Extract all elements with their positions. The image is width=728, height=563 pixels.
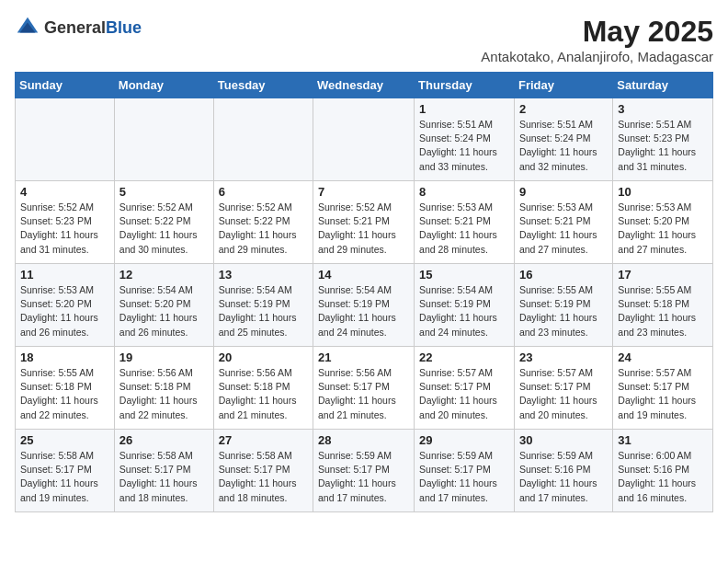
calendar-cell: 31Sunrise: 6:00 AM Sunset: 5:16 PM Dayli… bbox=[613, 430, 713, 512]
calendar-cell: 12Sunrise: 5:54 AM Sunset: 5:20 PM Dayli… bbox=[114, 264, 213, 347]
day-number: 3 bbox=[618, 102, 708, 116]
day-info: Sunrise: 5:52 AM Sunset: 5:22 PM Dayligh… bbox=[119, 201, 209, 257]
day-info: Sunrise: 5:54 AM Sunset: 5:19 PM Dayligh… bbox=[419, 283, 509, 339]
day-number: 2 bbox=[519, 102, 608, 116]
day-info: Sunrise: 5:53 AM Sunset: 5:20 PM Dayligh… bbox=[618, 201, 708, 257]
day-info: Sunrise: 5:54 AM Sunset: 5:19 PM Dayligh… bbox=[219, 283, 308, 339]
calendar-cell: 21Sunrise: 5:56 AM Sunset: 5:17 PM Dayli… bbox=[313, 347, 415, 430]
day-number: 11 bbox=[20, 268, 109, 282]
day-info: Sunrise: 5:55 AM Sunset: 5:19 PM Dayligh… bbox=[519, 283, 608, 339]
calendar-body: 1Sunrise: 5:51 AM Sunset: 5:24 PM Daylig… bbox=[16, 98, 713, 512]
calendar-cell: 5Sunrise: 5:52 AM Sunset: 5:22 PM Daylig… bbox=[114, 181, 213, 264]
calendar-cell: 17Sunrise: 5:55 AM Sunset: 5:18 PM Dayli… bbox=[613, 264, 713, 347]
calendar-cell: 10Sunrise: 5:53 AM Sunset: 5:20 PM Dayli… bbox=[613, 181, 713, 264]
day-number: 21 bbox=[318, 350, 409, 364]
calendar-cell: 14Sunrise: 5:54 AM Sunset: 5:19 PM Dayli… bbox=[313, 264, 415, 347]
calendar-cell: 7Sunrise: 5:52 AM Sunset: 5:21 PM Daylig… bbox=[313, 181, 415, 264]
day-number: 16 bbox=[519, 268, 608, 282]
day-info: Sunrise: 5:54 AM Sunset: 5:19 PM Dayligh… bbox=[318, 283, 409, 339]
day-number: 20 bbox=[219, 350, 308, 364]
day-number: 13 bbox=[219, 268, 308, 282]
day-number: 15 bbox=[419, 268, 509, 282]
day-number: 14 bbox=[318, 268, 409, 282]
day-info: Sunrise: 6:00 AM Sunset: 5:16 PM Dayligh… bbox=[618, 449, 708, 505]
day-info: Sunrise: 5:57 AM Sunset: 5:17 PM Dayligh… bbox=[419, 366, 509, 422]
day-info: Sunrise: 5:52 AM Sunset: 5:22 PM Dayligh… bbox=[219, 201, 308, 257]
header-day-wednesday: Wednesday bbox=[313, 73, 415, 98]
calendar-cell: 13Sunrise: 5:54 AM Sunset: 5:19 PM Dayli… bbox=[213, 264, 313, 347]
day-info: Sunrise: 5:57 AM Sunset: 5:17 PM Dayligh… bbox=[618, 366, 708, 422]
calendar-cell: 26Sunrise: 5:58 AM Sunset: 5:17 PM Dayli… bbox=[114, 430, 213, 512]
page-header: GeneralBlue May 2025 Antakotako, Analanj… bbox=[15, 15, 713, 64]
calendar-cell bbox=[313, 98, 415, 181]
calendar-cell: 16Sunrise: 5:55 AM Sunset: 5:19 PM Dayli… bbox=[514, 264, 612, 347]
calendar-cell: 28Sunrise: 5:59 AM Sunset: 5:17 PM Dayli… bbox=[313, 430, 415, 512]
day-number: 29 bbox=[419, 433, 509, 447]
header-day-saturday: Saturday bbox=[613, 73, 713, 98]
calendar-cell: 25Sunrise: 5:58 AM Sunset: 5:17 PM Dayli… bbox=[16, 430, 115, 512]
logo-general: General bbox=[44, 18, 106, 37]
day-info: Sunrise: 5:51 AM Sunset: 5:23 PM Dayligh… bbox=[618, 118, 708, 174]
calendar-cell: 20Sunrise: 5:56 AM Sunset: 5:18 PM Dayli… bbox=[213, 347, 313, 430]
day-info: Sunrise: 5:53 AM Sunset: 5:20 PM Dayligh… bbox=[20, 283, 109, 339]
day-info: Sunrise: 5:55 AM Sunset: 5:18 PM Dayligh… bbox=[618, 283, 708, 339]
calendar-cell: 22Sunrise: 5:57 AM Sunset: 5:17 PM Dayli… bbox=[415, 347, 515, 430]
day-number: 19 bbox=[119, 350, 209, 364]
day-number: 31 bbox=[618, 433, 708, 447]
calendar-cell: 27Sunrise: 5:58 AM Sunset: 5:17 PM Dayli… bbox=[213, 430, 313, 512]
day-info: Sunrise: 5:59 AM Sunset: 5:17 PM Dayligh… bbox=[419, 449, 509, 505]
day-number: 12 bbox=[119, 268, 209, 282]
calendar-cell: 23Sunrise: 5:57 AM Sunset: 5:17 PM Dayli… bbox=[514, 347, 612, 430]
header-day-friday: Friday bbox=[514, 73, 612, 98]
day-number: 4 bbox=[20, 185, 109, 199]
day-number: 10 bbox=[618, 185, 708, 199]
day-info: Sunrise: 5:56 AM Sunset: 5:18 PM Dayligh… bbox=[119, 366, 209, 422]
day-number: 18 bbox=[20, 350, 109, 364]
day-number: 23 bbox=[519, 350, 608, 364]
logo-blue: Blue bbox=[106, 18, 142, 37]
day-number: 7 bbox=[318, 185, 409, 199]
calendar-cell: 30Sunrise: 5:59 AM Sunset: 5:16 PM Dayli… bbox=[514, 430, 612, 512]
day-number: 25 bbox=[20, 433, 109, 447]
calendar-cell: 4Sunrise: 5:52 AM Sunset: 5:23 PM Daylig… bbox=[16, 181, 115, 264]
day-number: 8 bbox=[419, 185, 509, 199]
day-info: Sunrise: 5:51 AM Sunset: 5:24 PM Dayligh… bbox=[419, 118, 509, 174]
title-block: May 2025 Antakotako, Analanjirofo, Madag… bbox=[481, 15, 713, 64]
day-number: 30 bbox=[519, 433, 608, 447]
day-number: 1 bbox=[419, 102, 509, 116]
week-row-1: 1Sunrise: 5:51 AM Sunset: 5:24 PM Daylig… bbox=[16, 98, 713, 181]
calendar-cell: 2Sunrise: 5:51 AM Sunset: 5:24 PM Daylig… bbox=[514, 98, 612, 181]
header-day-thursday: Thursday bbox=[415, 73, 515, 98]
week-row-3: 11Sunrise: 5:53 AM Sunset: 5:20 PM Dayli… bbox=[16, 264, 713, 347]
day-info: Sunrise: 5:51 AM Sunset: 5:24 PM Dayligh… bbox=[519, 118, 608, 174]
calendar-cell: 11Sunrise: 5:53 AM Sunset: 5:20 PM Dayli… bbox=[16, 264, 115, 347]
day-info: Sunrise: 5:57 AM Sunset: 5:17 PM Dayligh… bbox=[519, 366, 608, 422]
logo-icon bbox=[15, 15, 40, 40]
day-number: 17 bbox=[618, 268, 708, 282]
day-info: Sunrise: 5:52 AM Sunset: 5:21 PM Dayligh… bbox=[318, 201, 409, 257]
day-info: Sunrise: 5:54 AM Sunset: 5:20 PM Dayligh… bbox=[119, 283, 209, 339]
header-day-sunday: Sunday bbox=[16, 73, 115, 98]
day-info: Sunrise: 5:59 AM Sunset: 5:17 PM Dayligh… bbox=[318, 449, 409, 505]
day-info: Sunrise: 5:59 AM Sunset: 5:16 PM Dayligh… bbox=[519, 449, 608, 505]
week-row-2: 4Sunrise: 5:52 AM Sunset: 5:23 PM Daylig… bbox=[16, 181, 713, 264]
month-year-title: May 2025 bbox=[481, 15, 713, 49]
logo: GeneralBlue bbox=[15, 15, 142, 40]
calendar-cell: 1Sunrise: 5:51 AM Sunset: 5:24 PM Daylig… bbox=[415, 98, 515, 181]
calendar-cell: 19Sunrise: 5:56 AM Sunset: 5:18 PM Dayli… bbox=[114, 347, 213, 430]
day-info: Sunrise: 5:58 AM Sunset: 5:17 PM Dayligh… bbox=[20, 449, 109, 505]
day-number: 9 bbox=[519, 185, 608, 199]
day-number: 22 bbox=[419, 350, 509, 364]
week-row-5: 25Sunrise: 5:58 AM Sunset: 5:17 PM Dayli… bbox=[16, 430, 713, 512]
day-number: 26 bbox=[119, 433, 209, 447]
calendar-cell bbox=[16, 98, 115, 181]
calendar-cell: 3Sunrise: 5:51 AM Sunset: 5:23 PM Daylig… bbox=[613, 98, 713, 181]
day-info: Sunrise: 5:55 AM Sunset: 5:18 PM Dayligh… bbox=[20, 366, 109, 422]
logo-text: GeneralBlue bbox=[44, 18, 142, 38]
calendar-cell bbox=[114, 98, 213, 181]
day-number: 5 bbox=[119, 185, 209, 199]
location-subtitle: Antakotako, Analanjirofo, Madagascar bbox=[481, 49, 713, 64]
day-info: Sunrise: 5:58 AM Sunset: 5:17 PM Dayligh… bbox=[219, 449, 308, 505]
calendar-cell: 18Sunrise: 5:55 AM Sunset: 5:18 PM Dayli… bbox=[16, 347, 115, 430]
header-row: SundayMondayTuesdayWednesdayThursdayFrid… bbox=[16, 73, 713, 98]
